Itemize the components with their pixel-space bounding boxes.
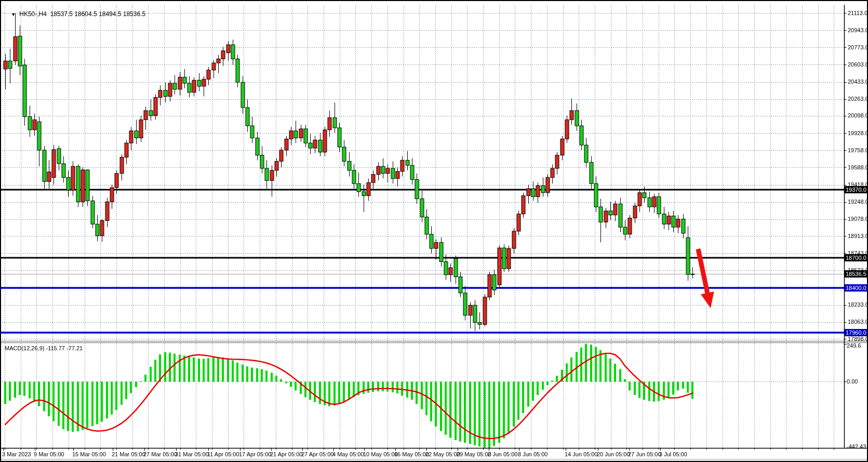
time-axis-label: 27 Mar 05:00 [143, 451, 177, 457]
macd-scale-max-label: 249.6 [847, 342, 861, 349]
time-axis-label: 3 Mar 2023 [2, 451, 31, 457]
time-axis-label: 14 Jun 05:00 [565, 451, 598, 457]
level-price-badge: 17960.0 [845, 329, 868, 336]
time-axis-label: 21 Mar 05:00 [112, 451, 145, 457]
macd-scale-zero-label: 0.00 [847, 378, 858, 385]
time-axis-label: 15 Mar 05:00 [72, 451, 106, 457]
time-axis-label: 10 May 05:00 [363, 451, 398, 457]
time-axis-label: 3 Jul 05:00 [659, 451, 687, 457]
price-axis-label: 18233.0 [848, 301, 868, 308]
time-axis-label: 31 Mar 05:00 [175, 451, 209, 457]
time-axis-label: 8 Jun 05:00 [518, 451, 548, 457]
level-price-badge: 18400.0 [845, 284, 868, 292]
time-axis-label: 27 Jun 05:00 [628, 451, 661, 457]
price-axis-label: 18063.0 [848, 319, 868, 325]
time-axis-label: 11 Apr 05:00 [207, 451, 239, 457]
time-axis-label: 9 Mar 05:00 [34, 451, 64, 457]
current-price-badge: 18536.5 [845, 270, 868, 278]
window-bottom-strip [1, 459, 868, 462]
macd-indicator-label: MACD(12,26,9) -115.77 -77.21 [5, 345, 83, 351]
symbol-period-label: HK50-,H4 [19, 10, 47, 18]
time-axis-label: 22 May 05:00 [425, 451, 460, 457]
price-axis-label: 19248.0 [848, 199, 868, 205]
chart-title: ▼HK50-,H4 18537.5 18604.5 18494.5 18536.… [4, 3, 145, 25]
price-axis-label: 19588.0 [848, 164, 868, 170]
symbol-dropdown-icon[interactable]: ▼ [11, 12, 16, 17]
price-axis-label: 20773.0 [848, 44, 868, 50]
time-axis-label: 20 Jun 05:00 [597, 451, 630, 457]
time-axis-label: 4 May 05:00 [332, 451, 364, 457]
candlestick-chart-canvas[interactable] [1, 1, 868, 462]
price-axis-label: 19928.0 [848, 130, 868, 136]
price-axis-label: 18913.0 [848, 233, 868, 239]
macd-scale-min-label: -442.43 [847, 443, 866, 450]
time-axis-label: 2 Jun 05:00 [488, 451, 518, 457]
time-axis-label: 21 Apr 05:00 [270, 451, 302, 457]
trading-chart-window: ▼HK50-,H4 18537.5 18604.5 18494.5 18536.… [0, 0, 868, 462]
price-axis-label: 19758.0 [848, 147, 868, 153]
price-axis-label: 20603.0 [848, 61, 868, 68]
time-axis-label: 27 Apr 05:00 [301, 451, 333, 457]
price-axis-label: 21113.0 [848, 10, 867, 16]
level-price-badge: 19370.0 [845, 186, 868, 193]
ohlc-readout: 18537.5 18604.5 18494.5 18536.5 [50, 10, 146, 18]
level-price-badge: 18700.0 [845, 254, 868, 261]
price-axis-label: 20943.0 [848, 27, 868, 33]
price-axis-label: 20263.0 [848, 96, 868, 102]
price-axis-label: 20433.0 [848, 78, 868, 85]
price-axis-label: 19078.0 [848, 216, 868, 222]
price-axis-label: 17898.0 [848, 336, 868, 342]
price-axis-label: 20098.0 [848, 112, 868, 118]
time-axis-label: 17 Apr 05:00 [239, 451, 271, 457]
time-axis-label: 16 May 05:00 [394, 451, 429, 457]
time-axis-label: 29 May 05:00 [457, 451, 491, 457]
